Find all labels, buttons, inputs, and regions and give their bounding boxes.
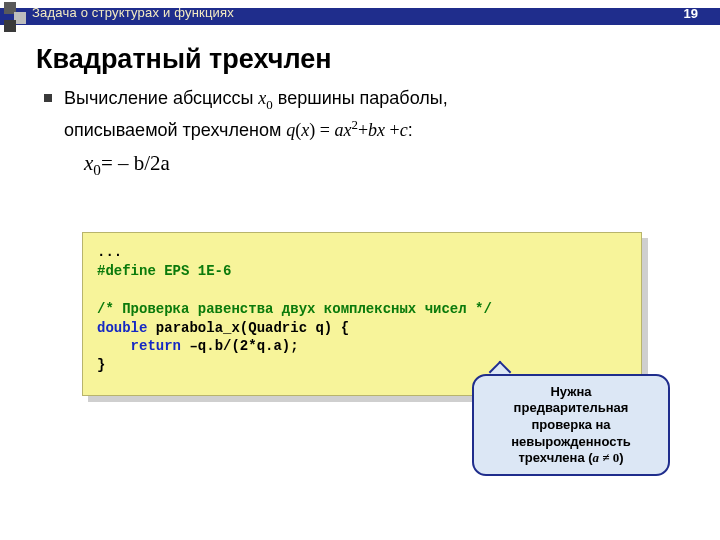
callout-line: предварительная [482, 400, 660, 417]
text: описываемой трехчленом [64, 120, 286, 140]
code-block: ... #define EPS 1E-6 /* Проверка равенст… [82, 232, 642, 396]
bullet-icon [44, 94, 52, 102]
slide-header: Задача о структурах и функциях 19 [0, 0, 720, 30]
page-number: 19 [684, 6, 698, 21]
callout-line: невырожденность [482, 434, 660, 451]
page-title: Квадратный трехчлен [0, 30, 720, 77]
logo-square-icon [4, 20, 16, 32]
breadcrumb: Задача о структурах и функциях [32, 5, 234, 20]
bullet-text: Вычисление абсциссы x0 вершины параболы,… [64, 85, 448, 182]
text: Вычисление абсциссы [64, 88, 258, 108]
callout-line: трехчлена (a ≠ 0) [482, 450, 660, 466]
slide: Задача о структурах и функциях 19 Квадра… [0, 0, 720, 540]
callout-line: Нужна [482, 384, 660, 401]
math-var-x: x0 [258, 88, 272, 108]
bullet-list: Вычисление абсциссы x0 вершины параболы,… [0, 77, 720, 182]
callout-bubble: Нужна предварительная проверка на невыро… [472, 374, 670, 476]
callout-line: проверка на [482, 417, 660, 434]
code-content: ... #define EPS 1E-6 /* Проверка равенст… [82, 232, 642, 396]
bullet-item: Вычисление абсциссы x0 вершины параболы,… [44, 85, 676, 182]
equation: x0= – b/2a [64, 147, 448, 183]
text: : [408, 120, 413, 140]
text: вершины параболы, [273, 88, 448, 108]
math-expr: q(x) = ax2+bx +c [286, 120, 407, 140]
